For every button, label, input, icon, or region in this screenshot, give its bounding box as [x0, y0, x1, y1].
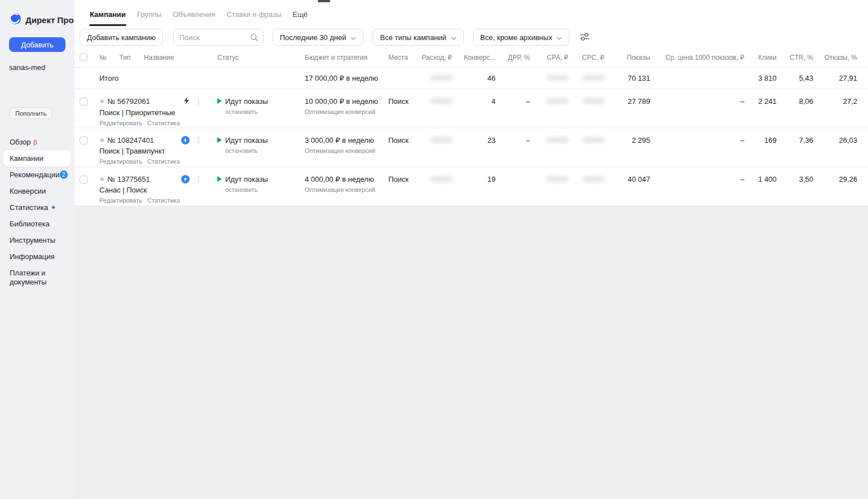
col-status[interactable]: Статус [210, 49, 300, 67]
table-row: ※ № 56792061 ⋮ Поиск | Приоритетные Реда… [74, 89, 868, 128]
totals-row: Итого 17 000,00 ₽ в неделю 46 70 131 3 8… [74, 67, 868, 89]
col-type[interactable]: Тип [119, 54, 142, 62]
avg-cpm-cell: – [657, 128, 751, 167]
tab-campaigns[interactable]: Кампании [89, 10, 126, 26]
cpa-cell [537, 167, 575, 205]
sidebar-item-label: Библиотека [10, 220, 50, 228]
spend-cell [411, 128, 459, 167]
row-menu-icon[interactable]: ⋮ [195, 137, 202, 143]
campaigns-panel: Кампании Группы Объявления Ставки и фраз… [74, 0, 868, 206]
sidebar-item-conversions[interactable]: Конверсии [0, 183, 74, 199]
col-spend[interactable]: Расход, ₽ [411, 49, 459, 67]
col-avg-cpm[interactable]: Ср. цена 1000 показов, ₽ [657, 49, 751, 67]
spend-cell [411, 167, 459, 205]
edit-link[interactable]: Редактировать [99, 120, 142, 126]
table-row: ※ № 13775651 ⋮ Санас | Поиск Редактирова… [74, 167, 868, 205]
campaign-number[interactable]: № 56792061 [107, 97, 150, 106]
campaigns-table: № Тип Название Статус Бюджет и стратегия… [74, 49, 868, 206]
sidebar-item-information[interactable]: Информация [0, 248, 74, 265]
col-ctr[interactable]: CTR, % [783, 49, 820, 67]
chevron-down-icon [350, 33, 356, 42]
redacted-value [547, 137, 568, 143]
col-cpc[interactable]: CPC, ₽ [575, 49, 611, 67]
col-cpa[interactable]: CPA, ₽ [537, 49, 575, 67]
places-cell: Поиск [380, 128, 411, 167]
tab-ads[interactable]: Объявления [172, 10, 216, 26]
redacted-value [431, 137, 452, 143]
brand-logo[interactable]: Директ Про [0, 0, 74, 27]
account-name[interactable]: sanas-med [9, 63, 65, 72]
cpc-cell [575, 89, 611, 128]
main-content: Кампании Группы Объявления Ставки и фраз… [74, 0, 868, 499]
row-checkbox[interactable] [80, 137, 87, 145]
stop-link[interactable]: остановить [225, 147, 300, 154]
sidebar: Директ Про Добавить sanas-med Пополнить … [0, 0, 74, 499]
col-conversions[interactable]: Конверс... [459, 49, 502, 67]
totals-avg-cpm [657, 67, 751, 89]
edit-link[interactable]: Редактировать [99, 158, 142, 165]
boost-icon [183, 97, 190, 106]
add-button[interactable]: Добавить [9, 37, 65, 52]
sidebar-item-statistics[interactable]: Статистика [0, 199, 74, 216]
recommendations-count-badge: 2 [60, 170, 68, 179]
stats-link[interactable]: Статистика [147, 197, 180, 204]
stop-link[interactable]: остановить [225, 186, 300, 193]
row-menu-icon[interactable]: ⋮ [195, 176, 202, 182]
col-clicks[interactable]: Клики [751, 49, 783, 67]
select-all-checkbox[interactable] [80, 53, 87, 61]
stats-link[interactable]: Статистика [147, 120, 180, 126]
redacted-value [431, 98, 452, 104]
horizontal-scrollbar-thumb[interactable] [318, 0, 330, 2]
conversions-cell: 19 [459, 167, 502, 205]
budget-text: 3 000,00 ₽ в неделю [305, 136, 380, 145]
totals-clicks: 3 810 [751, 67, 783, 89]
col-bounces[interactable]: Отказы, % [820, 49, 868, 67]
totals-drr [502, 67, 537, 89]
campaign-number[interactable]: № 108247401 [107, 136, 154, 145]
row-menu-icon[interactable]: ⋮ [195, 98, 202, 105]
col-budget[interactable]: Бюджет и стратегия [300, 49, 380, 67]
sidebar-item-overview[interactable]: Обзор β [0, 134, 74, 150]
tab-groups[interactable]: Группы [137, 10, 162, 26]
sidebar-item-label: Информация [10, 252, 55, 261]
col-impressions[interactable]: Показы [611, 49, 657, 67]
col-name[interactable]: Название [144, 54, 174, 62]
column-settings-button[interactable] [576, 29, 593, 46]
topup-button[interactable]: Пополнить [9, 107, 52, 119]
tab-bids-phrases[interactable]: Ставки и фразы [226, 10, 282, 26]
campaign-number[interactable]: № 13775651 [107, 175, 150, 183]
campaign-type-filter-dropdown[interactable]: Все типы кампаний [372, 29, 463, 46]
sidebar-item-tools[interactable]: Инструменты [0, 232, 74, 248]
col-places[interactable]: Места [380, 49, 411, 67]
conversions-cell: 23 [459, 128, 502, 167]
bounces-cell: 26,03 [820, 128, 868, 167]
sidebar-item-payments[interactable]: Платежи и документы [0, 265, 74, 290]
drr-cell [502, 167, 537, 205]
campaign-name[interactable]: Поиск | Травмпункт [99, 147, 210, 155]
stats-link[interactable]: Статистика [147, 158, 180, 165]
col-number[interactable]: № [99, 54, 117, 62]
row-checkbox[interactable] [80, 176, 87, 183]
edit-link[interactable]: Редактировать [99, 197, 142, 204]
totals-budget: 17 000,00 ₽ в неделю [300, 67, 380, 89]
brand-name: Директ Про [25, 15, 74, 25]
add-campaign-button[interactable]: Добавить кампанию [80, 29, 163, 46]
sidebar-item-label: Статистика [10, 203, 48, 212]
tab-more[interactable]: Ещё [292, 10, 308, 26]
row-checkbox[interactable] [80, 98, 87, 106]
sidebar-item-library[interactable]: Библиотека [0, 216, 74, 232]
campaign-name[interactable]: Поиск | Приоритетные [99, 108, 210, 117]
drr-cell: – [502, 128, 537, 167]
sidebar-item-campaigns[interactable]: Кампании [3, 150, 71, 167]
date-filter-dropdown[interactable]: Последние 30 дней [273, 29, 364, 46]
spend-cell [411, 89, 459, 128]
col-drr[interactable]: ДРР, % [502, 49, 537, 67]
impressions-cell: 2 295 [611, 128, 657, 167]
sidebar-item-recommendations[interactable]: Рекомендации 2 [0, 167, 74, 183]
totals-cpa [537, 67, 575, 89]
campaign-name[interactable]: Санас | Поиск [99, 186, 210, 194]
archive-filter-dropdown[interactable]: Все, кроме архивных [473, 29, 570, 46]
stop-link[interactable]: остановить [225, 108, 300, 115]
boost-icon [181, 136, 190, 145]
totals-impressions: 70 131 [611, 67, 657, 89]
